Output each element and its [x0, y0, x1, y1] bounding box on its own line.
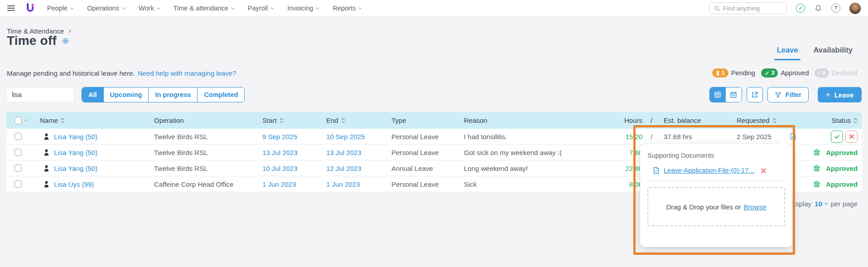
approve-check-icon [834, 134, 840, 140]
leave-type-cell: Personal Leave [391, 149, 464, 156]
est-balance-cell: 37.68 hrs [661, 133, 733, 141]
hours-cell: 15.20 [613, 133, 642, 141]
add-leave-button[interactable]: + Leave [818, 87, 862, 102]
row-checkbox[interactable] [14, 165, 22, 172]
employee-link[interactable]: Lisa Uys (99) [54, 180, 94, 188]
global-search-input[interactable] [723, 5, 777, 12]
sort-icon[interactable] [341, 117, 345, 124]
attached-file-link[interactable]: Leave-Application-File-(0)-17… [664, 167, 755, 174]
hourglass-icon [716, 71, 720, 76]
table-view-button[interactable] [710, 87, 726, 102]
start-date-cell: 13 Jul 2023 [262, 149, 326, 156]
tab-leave[interactable]: Leave [777, 46, 798, 60]
status-check-icon[interactable]: ✓ [796, 4, 805, 13]
filter-button[interactable]: Filter [767, 87, 809, 102]
calendar-view-icon [730, 91, 737, 98]
export-button[interactable] [747, 87, 763, 102]
attachment-icon[interactable] [790, 133, 796, 140]
nav-item-time-attendance[interactable]: Time & attendance [174, 5, 234, 12]
exclamation-icon: ! [818, 70, 820, 76]
nav-item-work[interactable]: Work [139, 5, 160, 12]
nav-item-people[interactable]: People [47, 5, 73, 12]
select-all-checkbox[interactable] [14, 117, 22, 124]
row-select-cell [6, 165, 40, 172]
sort-icon[interactable] [772, 117, 776, 124]
col-header-name[interactable]: Name [40, 117, 154, 124]
reason-cell: Long weekend away! [464, 165, 613, 172]
nav-item-label: Operations [87, 5, 119, 12]
page-subtitle: Manage pending and historical leave here… [7, 69, 135, 77]
person-icon [43, 133, 50, 140]
check-icon: ✓ [765, 70, 769, 77]
filter-in-progress[interactable]: In progress [148, 87, 197, 102]
decline-button[interactable] [845, 131, 858, 143]
start-date-cell: 9 Sep 2025 [262, 133, 326, 141]
employee-cell: Lisa Yang (50) [40, 149, 154, 156]
help-icon[interactable]: ? [831, 4, 840, 13]
help-link[interactable]: Need help with managing leave? [138, 69, 236, 77]
filter-completed[interactable]: Completed [197, 87, 244, 102]
calendar-view-button[interactable] [726, 87, 742, 102]
status-label: Approved [826, 165, 858, 172]
sort-icon[interactable] [280, 117, 284, 124]
table-view-icon [714, 91, 721, 98]
browse-files-link[interactable]: Browse [744, 203, 767, 211]
approve-button[interactable] [831, 131, 843, 143]
hours-cell: 7.60 [613, 149, 642, 156]
nav-item-invoicing[interactable]: Invoicing [287, 5, 319, 12]
row-select-cell [6, 149, 40, 156]
dropzone-label: Drag & Drop your files or [666, 203, 741, 211]
hamburger-menu-icon[interactable] [7, 5, 15, 11]
popup-title: Supporting Documents [647, 152, 785, 159]
settings-gear-icon[interactable] [62, 37, 69, 45]
slash-cell: / [642, 133, 661, 141]
approved-count: 3 [771, 70, 774, 76]
filter-upcoming[interactable]: Upcoming [103, 87, 149, 102]
topbar: PeopleOperationsWorkTime & attendancePay… [0, 0, 868, 16]
col-header-start[interactable]: Start [262, 117, 326, 124]
view-tabs: Leave Availability [777, 46, 853, 60]
tab-availability[interactable]: Availability [813, 46, 853, 60]
global-search[interactable] [709, 2, 787, 14]
col-header-requested[interactable]: Requested [733, 117, 805, 124]
col-header-status[interactable]: Status [805, 117, 862, 124]
bank-icon [813, 149, 820, 156]
table-search-input[interactable] [6, 87, 74, 102]
filter-all[interactable]: All [82, 87, 103, 102]
attached-file-row: Leave-Application-File-(0)-17… [653, 167, 785, 174]
close-icon [761, 168, 767, 174]
supporting-documents-popup: Supporting Documents Leave-Application-F… [640, 144, 792, 247]
leave-type-cell: Annual Leave [391, 165, 464, 172]
notifications-bell-icon[interactable] [814, 4, 822, 13]
bank-icon [813, 165, 820, 172]
employee-cell: Lisa Yang (50) [40, 165, 154, 172]
chevron-down-icon [122, 5, 125, 9]
sort-icon[interactable] [854, 117, 858, 124]
col-header-hours: Hours [613, 117, 642, 124]
sort-icon[interactable] [61, 117, 65, 124]
user-avatar[interactable] [849, 3, 861, 14]
employee-link[interactable]: Lisa Yang (50) [54, 165, 97, 172]
nav-item-operations[interactable]: Operations [87, 5, 125, 12]
col-header-operation: Operation [154, 117, 262, 124]
nav-item-label: Payroll [248, 5, 268, 12]
file-dropzone[interactable]: Drag & Drop your files or Browse [647, 187, 785, 226]
remove-file-button[interactable] [761, 168, 767, 174]
end-date-cell: 10 Sep 2025 [326, 133, 391, 141]
declined-badge: ! 0 Declined [815, 68, 857, 78]
row-checkbox[interactable] [14, 149, 22, 156]
hours-cell: 8.00 [613, 180, 642, 188]
employee-link[interactable]: Lisa Yang (50) [54, 149, 97, 156]
row-checkbox[interactable] [14, 133, 22, 140]
row-checkbox[interactable] [14, 180, 22, 188]
reason-cell: I had tonsilitis. [464, 133, 613, 141]
select-options-chevron-icon[interactable] [24, 118, 28, 121]
nav-item-payroll[interactable]: Payroll [248, 5, 274, 12]
employee-link[interactable]: Lisa Yang (50) [54, 133, 97, 141]
page-size-select[interactable]: 10 [815, 200, 828, 208]
topbar-right: ✓ ? [709, 2, 861, 14]
col-header-end[interactable]: End [326, 117, 391, 124]
nav-item-reports[interactable]: Reports [333, 5, 362, 12]
col-header--: / [642, 117, 661, 124]
external-link-icon [751, 91, 758, 98]
